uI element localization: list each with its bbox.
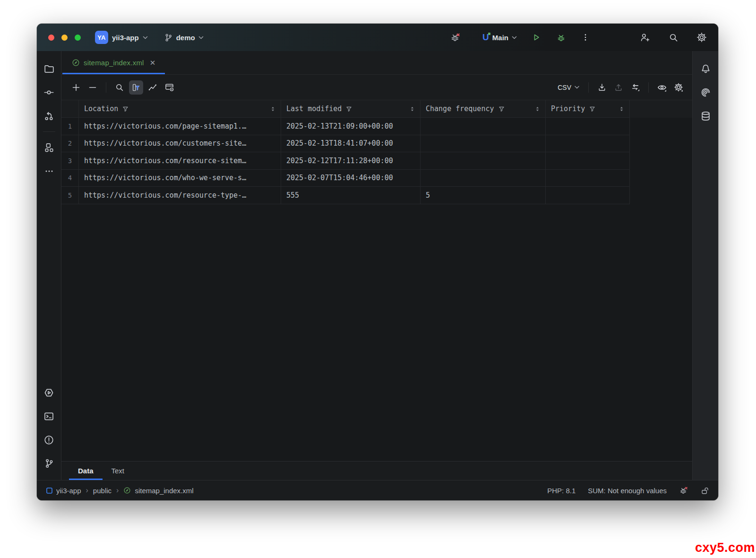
more-tool-windows-icon[interactable] (41, 163, 58, 180)
sort-icon[interactable] (270, 106, 275, 112)
structure-tool-icon[interactable] (41, 139, 58, 156)
cell-change-frequency[interactable] (421, 118, 546, 135)
cell-change-frequency[interactable] (421, 135, 546, 153)
compare-data-button[interactable] (628, 80, 642, 95)
cell-location[interactable]: https://victorious.com/who-we-serve-s… (79, 170, 281, 187)
ai-assistant-icon[interactable] (697, 84, 714, 101)
cell-change-frequency[interactable] (421, 152, 546, 170)
table-row: 4 https://victorious.com/who-we-serve-s…… (61, 170, 692, 187)
data-settings-gear-button[interactable] (671, 80, 686, 95)
vcs-update-tool-icon[interactable] (41, 107, 58, 124)
cell-priority[interactable] (546, 170, 630, 187)
column-header-location[interactable]: Location (79, 100, 281, 118)
cell-change-frequency[interactable] (421, 170, 546, 187)
tab-text[interactable]: Text (103, 462, 134, 480)
close-tab-icon[interactable]: ✕ (150, 59, 156, 66)
branch-widget[interactable]: demo (164, 33, 204, 42)
sort-icon[interactable] (619, 106, 624, 112)
sort-icon[interactable] (535, 106, 540, 112)
cell-last-modified[interactable]: 2025-02-13T18:41:07+00:00 (281, 135, 421, 153)
preview-eye-button[interactable] (655, 80, 669, 95)
export-download-button[interactable] (595, 80, 609, 95)
column-header-last-modified[interactable]: Last modified (281, 100, 421, 118)
row-number[interactable]: 4 (61, 170, 79, 187)
import-upload-button[interactable] (611, 80, 626, 95)
project-badge: YA (95, 31, 108, 44)
cell-location[interactable]: https://victorious.com/resource-type-… (79, 187, 281, 204)
filter-funnel-icon[interactable] (122, 106, 129, 112)
breadcrumb-folder[interactable]: public (93, 487, 112, 495)
php-version-widget[interactable]: PHP: 8.1 (547, 487, 576, 495)
cell-last-modified[interactable]: 2025-02-07T15:04:46+00:00 (281, 170, 421, 187)
column-header-change-frequency[interactable]: Change frequency (421, 100, 546, 118)
cell-priority[interactable] (546, 187, 630, 204)
filter-funnel-icon[interactable] (498, 106, 505, 112)
window-controls (48, 35, 81, 41)
column-label: Location (84, 105, 118, 113)
minimize-window-button[interactable] (61, 35, 68, 41)
cell-location[interactable]: https://victorious.com/customers-site… (79, 135, 281, 153)
aggregate-sum-widget[interactable]: SUM: Not enough values (588, 487, 667, 495)
breadcrumb-project[interactable]: yii3-app (56, 487, 81, 495)
search-everywhere-icon[interactable] (666, 30, 680, 44)
column-header-priority[interactable]: Priority (546, 100, 630, 118)
export-format-selector[interactable]: CSV (555, 82, 582, 93)
result-view-tabs: Data Text (61, 461, 692, 480)
row-number[interactable]: 3 (61, 152, 79, 170)
cell-last-modified[interactable]: 2025-02-13T21:09:00+00:00 (281, 118, 421, 135)
project-widget[interactable]: YA yii3-app (95, 31, 148, 44)
filter-funnel-icon[interactable] (346, 106, 352, 112)
mute-breakpoints-icon[interactable] (448, 30, 463, 44)
run-button[interactable] (529, 30, 543, 44)
cell-priority[interactable] (546, 135, 630, 153)
table-row: 3 https://victorious.com/resource-sitem…… (61, 152, 692, 170)
project-tool-icon[interactable] (41, 60, 58, 77)
more-actions-kebab-icon[interactable] (578, 30, 593, 44)
xml-file-compass-icon (123, 487, 131, 494)
cell-last-modified[interactable]: 555 (281, 187, 421, 204)
commit-tool-icon[interactable] (41, 84, 58, 101)
tab-sitemap-index-xml[interactable]: sitemap_index.xml ✕ (62, 51, 165, 74)
database-tool-icon[interactable] (697, 107, 714, 124)
row-number-header[interactable] (61, 100, 79, 118)
problems-tool-icon[interactable] (41, 431, 58, 448)
debug-button[interactable] (554, 30, 568, 44)
chart-view-button[interactable] (146, 80, 160, 95)
close-window-button[interactable] (48, 35, 54, 41)
filter-funnel-icon[interactable] (589, 106, 595, 112)
row-number[interactable]: 1 (61, 118, 79, 135)
settings-gear-icon[interactable] (695, 30, 709, 44)
code-with-me-icon[interactable] (638, 30, 652, 44)
table-row: 2 https://victorious.com/customers-site…… (61, 135, 692, 153)
git-tool-icon[interactable] (41, 455, 58, 472)
statusbar-widgets: PHP: 8.1 SUM: Not enough values (547, 486, 710, 495)
data-grid: Location Last modified Change frequency (61, 100, 692, 461)
add-row-button[interactable] (69, 80, 83, 95)
sort-icon[interactable] (410, 106, 415, 112)
tab-data[interactable]: Data (69, 462, 103, 480)
delete-row-button[interactable] (86, 80, 100, 95)
breadcrumb-file[interactable]: sitemap_index.xml (135, 487, 193, 495)
terminal-tool-icon[interactable] (41, 408, 58, 425)
no-debug-listener-icon[interactable] (679, 486, 688, 495)
view-options-button[interactable] (162, 80, 176, 95)
notifications-bell-icon[interactable] (697, 60, 714, 77)
cell-priority[interactable] (546, 118, 630, 135)
filter-button[interactable] (129, 80, 143, 95)
cell-last-modified[interactable]: 2025-02-12T17:11:28+00:00 (281, 152, 421, 170)
table-row: 5 https://victorious.com/resource-type-…… (61, 187, 692, 204)
cell-location[interactable]: https://victorious.com/page-sitemap1.… (79, 118, 281, 135)
cell-location[interactable]: https://victorious.com/resource-sitem… (79, 152, 281, 170)
lock-open-icon[interactable] (701, 486, 710, 495)
row-number[interactable]: 5 (61, 187, 79, 204)
table-row: 1 https://victorious.com/page-sitemap1.…… (61, 118, 692, 135)
services-tool-icon[interactable] (41, 384, 58, 401)
row-number[interactable]: 2 (61, 135, 79, 153)
cell-priority[interactable] (546, 152, 630, 170)
run-configuration-selector[interactable]: U Main (482, 32, 517, 43)
run-config-name: Main (492, 34, 508, 42)
cell-change-frequency[interactable]: 5 (421, 187, 546, 204)
find-in-data-button[interactable] (112, 80, 127, 95)
column-label: Priority (551, 105, 585, 113)
maximize-window-button[interactable] (75, 35, 81, 41)
